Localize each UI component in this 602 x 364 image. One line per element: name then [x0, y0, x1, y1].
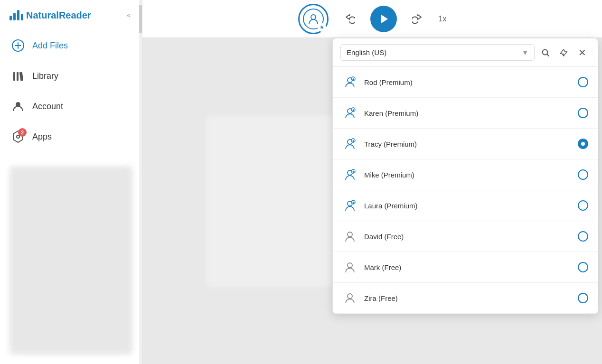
sidebar-blurred-content — [9, 166, 132, 355]
voice-name: David (Free) — [364, 233, 571, 241]
sidebar-header: NaturalReader « — [0, 0, 142, 26]
rewind-button[interactable] — [340, 9, 359, 28]
chevron-down-icon: ▼ — [522, 49, 528, 56]
voice-radio[interactable] — [578, 262, 588, 272]
apps-label: Apps — [32, 132, 52, 142]
svg-marker-9 — [381, 15, 388, 23]
account-label: Account — [32, 102, 63, 112]
voice-selector-button[interactable]: ★ — [298, 4, 329, 34]
pin-icon — [559, 48, 568, 57]
voice-name: Rod (Premium) — [364, 78, 571, 86]
svg-point-8 — [311, 15, 316, 19]
voice-list: ★ Rod (Premium) ★ Karen (Premium) — [333, 67, 598, 314]
star-badge: ★ — [318, 23, 326, 32]
voice-icon — [342, 260, 357, 275]
library-label: Library — [32, 71, 58, 81]
voice-icon — [342, 229, 357, 244]
language-value: English (US) — [347, 48, 386, 56]
voice-icon: ★ — [342, 136, 357, 151]
toolbar-center: ★ — [298, 4, 447, 34]
plus-circle-icon — [11, 39, 25, 52]
voice-name: Tracy (Premium) — [364, 140, 571, 148]
app-title: NaturalReader — [26, 10, 91, 21]
svg-point-28 — [348, 232, 352, 237]
play-button[interactable] — [370, 6, 397, 32]
svg-text:★: ★ — [352, 140, 355, 143]
svg-rect-4 — [17, 72, 19, 81]
speed-selector[interactable]: 1x — [439, 15, 447, 23]
voice-radio[interactable] — [578, 293, 588, 303]
svg-line-11 — [547, 54, 549, 56]
account-icon — [11, 100, 25, 113]
person-star-icon — [307, 12, 320, 26]
voice-name: Mike (Premium) — [364, 171, 571, 179]
fastforward-icon — [412, 13, 423, 25]
voice-name: Zira (Free) — [364, 294, 571, 302]
voice-list-item[interactable]: David (Free) — [333, 221, 598, 252]
voice-icon: ★ — [342, 167, 357, 182]
voice-radio[interactable] — [578, 169, 588, 180]
voice-list-item[interactable]: ★ Karen (Premium) — [333, 98, 598, 129]
rewind-icon — [344, 13, 355, 25]
search-icon — [541, 48, 550, 57]
sidebar-scrollbar[interactable] — [139, 0, 142, 364]
fastforward-button[interactable] — [408, 9, 427, 28]
voice-icon: ★ — [342, 105, 357, 121]
svg-rect-3 — [13, 72, 15, 81]
voice-radio[interactable] — [578, 77, 588, 87]
voice-radio[interactable] — [578, 108, 588, 118]
voice-icon — [342, 290, 357, 306]
svg-point-29 — [348, 263, 352, 268]
lang-toolbar-buttons: ✕ — [538, 45, 590, 60]
voice-list-item[interactable]: Zira (Free) — [333, 283, 598, 314]
voice-name: Laura (Premium) — [364, 202, 571, 210]
svg-text:★: ★ — [352, 170, 355, 174]
pin-button[interactable] — [556, 46, 571, 60]
svg-rect-5 — [19, 72, 23, 81]
svg-text:★: ★ — [352, 78, 355, 81]
sidebar: NaturalReader « Add Files — [0, 0, 142, 364]
sidebar-item-apps[interactable]: 2 Apps — [0, 121, 142, 152]
add-files-label: Add Files — [32, 41, 68, 51]
voice-list-item[interactable]: ★ Rod (Premium) — [333, 67, 598, 98]
logo-icon — [9, 10, 23, 20]
voice-name: Mark (Free) — [364, 263, 571, 271]
nav-section: Add Files Library — [0, 26, 142, 157]
voice-radio[interactable] — [578, 139, 588, 149]
voice-icon: ★ — [342, 198, 357, 213]
collapse-button[interactable]: « — [125, 9, 132, 21]
svg-point-30 — [348, 294, 352, 299]
play-icon — [377, 13, 390, 25]
voice-icon: ★ — [342, 75, 357, 90]
apps-icon: 2 — [11, 130, 25, 143]
voice-dropdown: English (US) ▼ — [332, 38, 598, 314]
toolbar: ★ — [142, 0, 602, 38]
language-selector-row: English (US) ▼ — [333, 38, 598, 67]
sidebar-item-account[interactable]: Account — [0, 91, 142, 121]
voice-list-item[interactable]: ★ Laura (Premium) — [333, 190, 598, 221]
svg-point-7 — [17, 135, 19, 138]
voice-list-item[interactable]: ★ Mike (Premium) — [333, 159, 598, 190]
logo: NaturalReader — [9, 10, 91, 21]
close-dropdown-button[interactable]: ✕ — [574, 45, 590, 60]
voice-radio[interactable] — [578, 231, 588, 242]
svg-text:★: ★ — [352, 109, 355, 112]
voice-name: Karen (Premium) — [364, 109, 571, 117]
search-button[interactable] — [538, 46, 553, 60]
voice-list-item[interactable]: Mark (Free) — [333, 252, 598, 283]
sidebar-item-library[interactable]: Library — [0, 61, 142, 91]
main-content: ★ — [142, 0, 602, 364]
voice-radio[interactable] — [578, 200, 588, 211]
sidebar-item-add-files[interactable]: Add Files — [0, 30, 142, 61]
svg-text:★: ★ — [352, 201, 355, 205]
sidebar-scrollbar-thumb — [139, 5, 142, 33]
library-icon — [11, 69, 25, 83]
language-select[interactable]: English (US) ▼ — [340, 44, 535, 61]
voice-list-item[interactable]: ★ Tracy (Premium) — [333, 129, 598, 159]
apps-badge: 2 — [18, 128, 27, 137]
